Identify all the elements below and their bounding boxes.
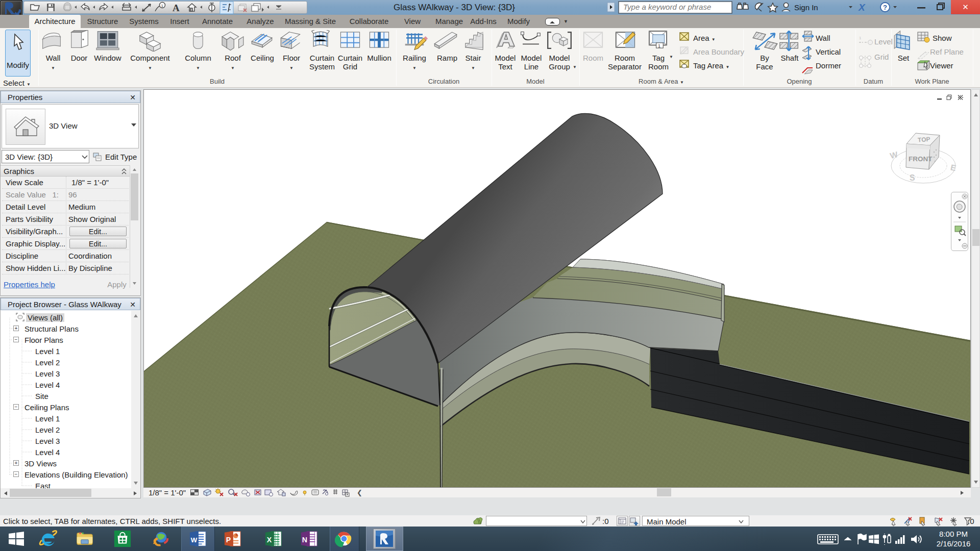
svg-text:TOP: TOP [918,136,930,144]
svg-text:1: 1 [658,43,660,48]
svg-text:N: N [302,536,307,544]
svg-text:Sign In: Sign In [794,3,818,12]
svg-text:Type a keyword or phrase: Type a keyword or phrase [623,3,711,11]
svg-text:W: W [191,536,198,544]
svg-text:1: 1 [161,4,164,8]
svg-text:X: X [267,536,272,544]
svg-text:1: 1 [859,36,862,40]
svg-text:S: S [910,173,915,182]
svg-text:X: X [858,2,866,13]
svg-text:FRONT: FRONT [909,155,933,163]
svg-text:?: ? [883,4,887,11]
svg-text:A: A [173,3,180,13]
svg-text:E: E [950,163,957,172]
svg-text:P: P [226,536,231,544]
